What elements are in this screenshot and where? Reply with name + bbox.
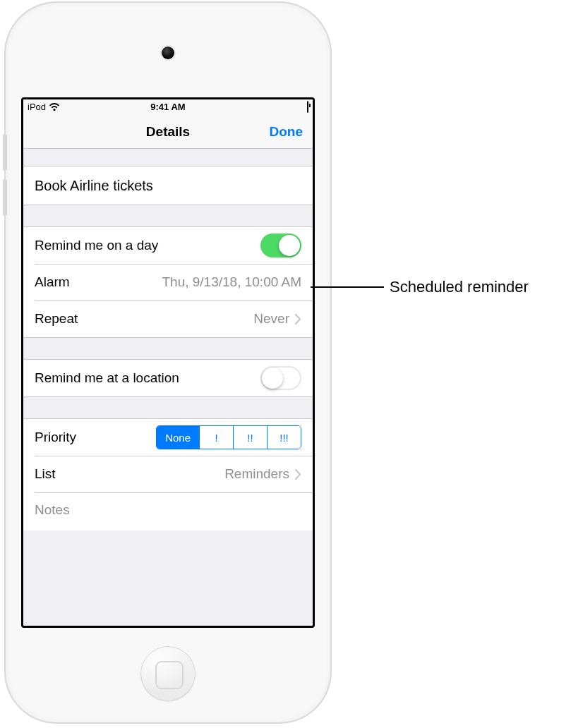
priority-option-med[interactable]: !! — [233, 426, 267, 449]
priority-option-high[interactable]: !!! — [267, 426, 301, 449]
remind-on-day-row: Remind me on a day — [23, 227, 313, 264]
priority-row: Priority None ! !! !!! — [23, 419, 313, 456]
callout-scheduled-reminder: Scheduled reminder — [311, 279, 529, 296]
battery-icon — [307, 102, 308, 112]
location-group: Remind me at a location — [23, 359, 313, 397]
list-label: List — [35, 466, 56, 482]
priority-option-none[interactable]: None — [157, 426, 199, 449]
remind-at-location-label: Remind me at a location — [35, 370, 179, 386]
priority-option-low[interactable]: ! — [199, 426, 233, 449]
list-row[interactable]: List Reminders — [23, 456, 313, 492]
reminder-title-field[interactable]: Book Airline tickets — [23, 166, 313, 205]
chevron-right-icon — [295, 314, 301, 324]
notes-label: Notes — [35, 502, 70, 518]
done-button[interactable]: Done — [270, 115, 303, 148]
status-bar: iPod 9:41 AM — [23, 99, 313, 115]
remind-on-day-label: Remind me on a day — [35, 238, 158, 253]
repeat-label: Repeat — [35, 311, 78, 327]
remind-at-location-row: Remind me at a location — [23, 360, 313, 396]
screen: iPod 9:41 AM Details Done — [21, 97, 315, 628]
remind-on-day-switch[interactable] — [260, 233, 301, 257]
priority-segmented-control[interactable]: None ! !! !!! — [156, 425, 301, 449]
alarm-label: Alarm — [35, 274, 70, 290]
alarm-value: Thu, 9/13/18, 10:00 AM — [162, 274, 301, 290]
volume-down-button — [3, 179, 7, 216]
priority-label: Priority — [35, 430, 76, 445]
meta-group: Priority None ! !! !!! List Reminders — [23, 418, 313, 530]
front-camera-icon — [162, 47, 174, 59]
list-value: Reminders — [224, 466, 289, 482]
page-title: Details — [146, 124, 190, 140]
repeat-value: Never — [253, 311, 289, 327]
reminder-title-text: Book Airline tickets — [35, 178, 153, 194]
alarm-row[interactable]: Alarm Thu, 9/13/18, 10:00 AM — [23, 264, 313, 301]
home-button[interactable] — [140, 646, 196, 701]
details-table: Book Airline tickets Remind me on a day … — [23, 166, 313, 530]
repeat-row[interactable]: Repeat Never — [23, 301, 313, 337]
schedule-group: Remind me on a day Alarm Thu, 9/13/18, 1… — [23, 226, 313, 338]
notes-row[interactable]: Notes — [23, 492, 313, 530]
status-time: 9:41 AM — [23, 102, 313, 112]
callout-label: Scheduled reminder — [390, 278, 529, 296]
navigation-bar: Details Done — [23, 115, 313, 149]
chevron-right-icon — [295, 469, 301, 480]
device-frame: iPod 9:41 AM Details Done — [6, 3, 330, 722]
remind-at-location-switch[interactable] — [260, 366, 301, 390]
title-group: Book Airline tickets — [23, 166, 313, 205]
volume-up-button — [3, 134, 7, 171]
